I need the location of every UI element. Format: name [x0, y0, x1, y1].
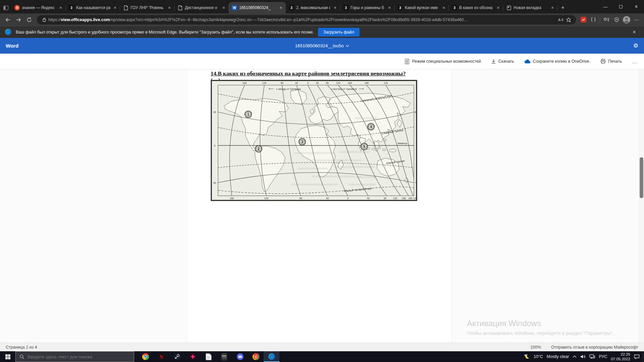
volume-icon[interactable] [580, 354, 586, 359]
word-viewer-toolbar: Режим специальных возможностей Скачать С… [0, 54, 644, 69]
yandex-favicon-icon: Я [14, 5, 20, 10]
west-of-greenwich-label: к западу от Гринвича [276, 87, 301, 90]
tab-close-icon[interactable]: × [278, 5, 283, 10]
browser-tab[interactable]: 3 2. максимальная с × [286, 2, 340, 13]
taskbar-search-box[interactable] [15, 351, 134, 362]
restore-icon [619, 5, 623, 8]
document-favicon-icon [177, 5, 183, 10]
znanija-favicon-icon: 3 [397, 5, 403, 10]
taskbar-app-icons: N EPICGAMES C [138, 351, 279, 362]
taskbar-notes-icon[interactable] [201, 351, 216, 362]
tick-label: 80 [281, 81, 283, 84]
svg-text:2: 2 [258, 147, 260, 151]
document-viewport: 14.В каких из обозначенных на карте райо… [0, 69, 644, 343]
notification-center-icon[interactable] [634, 354, 640, 359]
edge-logo-icon [5, 28, 12, 36]
tab-close-icon[interactable]: × [495, 5, 501, 10]
favorites-bar-icon[interactable] [602, 15, 611, 24]
settings-more-icon[interactable]: ⋯ [632, 15, 641, 24]
infobar-close-icon[interactable]: × [629, 29, 639, 35]
tick-label: 0 [307, 81, 309, 84]
taskbar-netflix-icon[interactable]: N [153, 351, 169, 362]
start-button[interactable] [0, 351, 15, 362]
browser-tab-active[interactable]: W 1651085060324_ × [229, 2, 286, 13]
page-indicator: Страница 2 из 4 [6, 345, 37, 350]
feedback-link[interactable]: Отправить отзыв в корпорацию Майкрософт [551, 345, 638, 350]
save-to-onedrive-button[interactable]: Сохраните копию в OneDrive. [524, 59, 590, 64]
show-desktop-button[interactable] [643, 351, 644, 362]
tab-workspaces-button[interactable] [0, 2, 11, 13]
tick-label: 80 [300, 197, 302, 200]
hidden-icons-chevron-icon[interactable] [573, 355, 577, 358]
search-input[interactable] [28, 354, 111, 359]
accessibility-mode-button[interactable]: Режим специальных возможностей [405, 59, 481, 64]
window-controls: — × [598, 0, 644, 13]
east-of-greenwich-label: к востоку от Гринвича [331, 87, 357, 90]
tray-condition[interactable]: Mostly clear [547, 354, 569, 359]
download-file-button[interactable]: Загрузить файл [318, 28, 360, 37]
new-tab-button[interactable]: + [557, 2, 568, 13]
browser-tab[interactable]: Дистанционное о × [174, 2, 229, 13]
browser-essentials-icon[interactable] [612, 15, 621, 24]
latitude-label: 40 [414, 111, 417, 113]
address-bar[interactable]: https://view.officeapps.live.com/op/view… [37, 15, 576, 24]
tab-close-icon[interactable]: × [221, 5, 226, 10]
taskbar-edge-icon[interactable] [264, 351, 279, 362]
back-button[interactable] [3, 15, 13, 24]
tab-close-icon[interactable]: × [332, 5, 338, 10]
taskbar-game-icon[interactable] [185, 351, 201, 362]
browser-tab[interactable]: ГОУ ЛНР "Ровень × [120, 2, 174, 13]
document-title[interactable]: 1651085060324__isu5o [295, 43, 349, 48]
clock[interactable]: 22:25 07.05.2022 [611, 352, 630, 362]
tray-temperature[interactable]: 10°C [534, 354, 543, 359]
taskbar-epic-games-icon[interactable]: EPICGAMES [216, 351, 232, 362]
refresh-button[interactable] [24, 15, 34, 24]
newtab-favicon-icon [506, 5, 512, 10]
minimize-button[interactable]: — [598, 0, 613, 13]
language-indicator[interactable]: РУС [599, 354, 607, 359]
close-window-button[interactable]: × [629, 0, 644, 13]
browser-tab[interactable]: 3 Горы и равнины б × [340, 2, 394, 13]
znanija-favicon-icon: 3 [452, 5, 457, 10]
browser-tab[interactable]: 3 Как называется ра × [66, 2, 120, 13]
tab-close-icon[interactable]: × [387, 5, 392, 10]
zoom-level[interactable]: 100% [530, 345, 541, 350]
download-button[interactable]: Скачать [491, 59, 514, 64]
read-aloud-icon[interactable]: A [556, 16, 565, 24]
scrollbar-thumb[interactable] [640, 157, 643, 198]
taskbar-discord-icon[interactable] [232, 351, 248, 362]
print-button[interactable]: Печать [600, 59, 622, 64]
latitude-label: 0 [214, 144, 215, 147]
tab-close-icon[interactable]: × [112, 5, 118, 10]
profile-avatar[interactable] [622, 15, 631, 24]
settings-gear-icon[interactable]: ⚙ [633, 42, 638, 49]
tab-title: 1651085060324_ [239, 5, 276, 10]
browser-tab[interactable]: Новая вкладка × [503, 2, 557, 13]
browser-tab[interactable]: 3 Какой вулкан име × [394, 2, 449, 13]
network-icon[interactable] [589, 354, 595, 359]
page-scrollbar[interactable] [639, 69, 644, 343]
add-favorite-star-icon[interactable] [565, 16, 573, 24]
taskbar-chrome-profile-icon[interactable]: C [248, 351, 264, 362]
tick-label: 40 [295, 81, 298, 84]
lock-icon[interactable] [40, 16, 48, 24]
maximize-button[interactable] [613, 0, 629, 13]
extension-icon-2[interactable] [589, 15, 598, 24]
svg-text:GAMES: GAMES [222, 357, 226, 359]
search-icon [19, 354, 24, 359]
tab-close-icon[interactable]: × [58, 5, 63, 10]
taskbar-chrome-icon[interactable] [138, 351, 153, 362]
tab-title: Какой вулкан име [405, 5, 439, 10]
print-label: Печать [608, 59, 622, 64]
toolbar-more-icon[interactable]: … [632, 59, 637, 64]
browser-tab[interactable]: 3 В каких из обозна × [449, 2, 503, 13]
onedrive-cloud-icon [524, 59, 531, 64]
tab-close-icon[interactable]: × [550, 5, 555, 10]
extension-icon[interactable] [579, 15, 588, 24]
browser-tab[interactable]: Я знания — Яндекс × [11, 2, 66, 13]
taskbar-steam-icon[interactable] [169, 351, 185, 362]
forward-button[interactable] [13, 15, 23, 24]
tab-close-icon[interactable]: × [441, 5, 446, 10]
tab-close-icon[interactable]: × [167, 5, 172, 10]
print-icon [600, 59, 606, 64]
